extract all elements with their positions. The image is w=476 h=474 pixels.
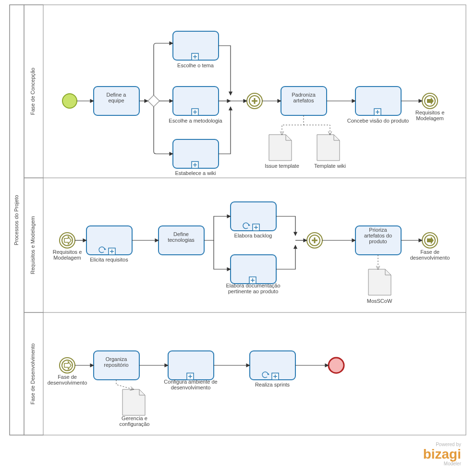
subprocess-marker bbox=[192, 109, 198, 115]
subprocess-marker bbox=[272, 373, 279, 380]
svg-text:Estabelece a wiki: Estabelece a wiki bbox=[175, 170, 216, 176]
link-throw-reqmod: Requisitos eModelagem bbox=[415, 93, 445, 121]
doc-gerencia-config: Gerencia econfiguração bbox=[120, 389, 150, 427]
svg-point-7 bbox=[62, 94, 77, 108]
gateway-converge-1 bbox=[247, 93, 262, 109]
task-escolhe-metodologia: Escolhe a metodologia bbox=[169, 87, 222, 124]
svg-text:Elabora documentaçãopertinente: Elabora documentaçãopertinente ao produt… bbox=[226, 283, 280, 294]
svg-text:Escolhe o tema: Escolhe o tema bbox=[177, 62, 214, 68]
svg-text:Modeler: Modeler bbox=[444, 461, 462, 466]
link-catch-dev: Fase dedesenvolvimento bbox=[48, 358, 87, 386]
svg-text:Organizarepositório: Organizarepositório bbox=[104, 356, 128, 368]
task-realiza-sprints: Realiza sprints bbox=[250, 351, 295, 387]
lane-desenvolvimento: Fase dedesenvolvimento Organizarepositór… bbox=[48, 351, 344, 427]
task-elabora-backlog: Elabora backlog bbox=[231, 202, 276, 238]
svg-marker-10 bbox=[148, 95, 159, 107]
subprocess-marker bbox=[374, 109, 381, 115]
svg-text:Fase dedesenvolvimento: Fase dedesenvolvimento bbox=[48, 374, 87, 386]
svg-point-87 bbox=[329, 358, 344, 373]
task-configura-ambiente: Configura ambiente dedesenvolvimento bbox=[164, 351, 217, 390]
lane3-label: Fase de Desenvolvimento bbox=[30, 343, 36, 404]
lane2-label: Requisitos e Modelagem bbox=[30, 216, 36, 274]
task-elabora-documentacao: Elabora documentaçãopertinente ao produt… bbox=[226, 255, 280, 294]
gateway-diverge-1 bbox=[148, 95, 159, 107]
subprocess-marker bbox=[253, 224, 259, 231]
svg-text:Gerencia econfiguração: Gerencia econfiguração bbox=[120, 415, 150, 427]
task-organiza-repositorio: Organizarepositório bbox=[94, 351, 139, 380]
lane1-label: Fase de Concepção bbox=[30, 68, 36, 115]
svg-text:Requisitos eModelagem: Requisitos eModelagem bbox=[53, 249, 82, 261]
task-prioriza-artefatos: Priorizaartefatos doproduto bbox=[355, 226, 401, 255]
task-escolhe-tema: Escolhe o tema bbox=[173, 31, 219, 68]
task-estabelece-wiki: Estabelece a wiki bbox=[173, 139, 219, 176]
task-define-equipe: Define aequipe bbox=[94, 87, 139, 115]
svg-text:MosSCoW: MosSCoW bbox=[367, 298, 392, 304]
task-elicita-requisitos: Elicita requisitos bbox=[86, 226, 132, 262]
task-define-tecnologias: Definetecnologias bbox=[159, 226, 204, 255]
lane-concepcao: Define aequipe Escolhe o tema Escolhe bbox=[62, 31, 444, 176]
svg-text:Escolhe a metodologia: Escolhe a metodologia bbox=[169, 118, 222, 124]
subprocess-marker bbox=[192, 162, 198, 168]
subprocess-marker bbox=[109, 248, 115, 255]
svg-text:Issue template: Issue template bbox=[265, 163, 299, 169]
svg-text:Concebe visão do produto: Concebe visão do produto bbox=[347, 118, 409, 124]
doc-issue-template: Issue template bbox=[265, 135, 299, 169]
link-throw-dev: Fase dedesenvolvimento bbox=[410, 233, 450, 261]
gateway-converge-2 bbox=[307, 233, 322, 248]
svg-text:Elicita requisitos: Elicita requisitos bbox=[90, 257, 128, 262]
lane-requisitos: Requisitos eModelagem Elicita requisitos… bbox=[53, 202, 450, 304]
task-concebe-visao: Concebe visão do produto bbox=[347, 87, 409, 124]
svg-text:bizagi: bizagi bbox=[423, 447, 461, 462]
svg-text:Elabora backlog: Elabora backlog bbox=[234, 233, 272, 238]
svg-text:Define aequipe: Define aequipe bbox=[107, 92, 127, 103]
pool-title: Processos do Projeto bbox=[13, 195, 19, 246]
subprocess-marker bbox=[192, 53, 198, 60]
doc-template-wiki: Template wiki bbox=[314, 135, 346, 169]
start-event bbox=[62, 94, 77, 108]
end-event bbox=[329, 358, 344, 373]
doc-moscow: MosSCoW bbox=[367, 269, 392, 304]
svg-text:Realiza sprints: Realiza sprints bbox=[255, 382, 290, 387]
link-catch-reqmod: Requisitos eModelagem bbox=[53, 233, 82, 261]
svg-text:Padronizaartefatos: Padronizaartefatos bbox=[292, 92, 316, 103]
svg-text:Configura ambiente dedesenvolv: Configura ambiente dedesenvolvimento bbox=[164, 379, 217, 390]
task-padroniza-artefatos: Padronizaartefatos bbox=[281, 87, 327, 115]
branding: Powered by bizagi Modeler bbox=[423, 442, 462, 466]
svg-text:Fase dedesenvolvimento: Fase dedesenvolvimento bbox=[410, 249, 450, 261]
svg-text:Template wiki: Template wiki bbox=[314, 163, 346, 169]
svg-text:Requisitos eModelagem: Requisitos eModelagem bbox=[415, 110, 445, 121]
